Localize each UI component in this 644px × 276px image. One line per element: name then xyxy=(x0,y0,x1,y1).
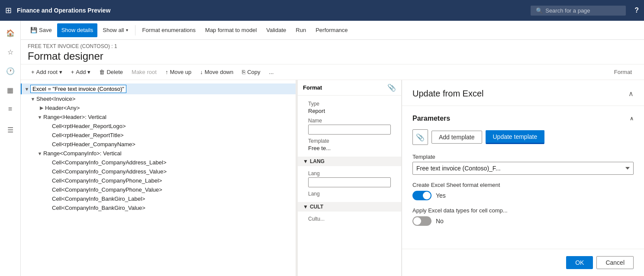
excel-panel-footer: OK Cancel xyxy=(402,249,644,276)
tree-item-label: Cell<CompanyInfo_CompanyAddress_Label> xyxy=(52,159,167,166)
tree-item[interactable]: ▼ Excel = "Free text invoice (Contoso)" xyxy=(21,83,296,94)
excel-panel: Update from Excel ∧ Parameters ∧ 📎 xyxy=(402,80,644,276)
tree-item[interactable]: ▼ Range<CompanyInfo>: Vertical xyxy=(21,149,296,158)
tree-item-label: Cell<CompanyInfo_CompanyPhone_Label> xyxy=(52,177,162,184)
tree-item-label: Cell<rptHeader_CompanyName> xyxy=(52,141,135,148)
show-details-button[interactable]: Show details xyxy=(57,23,98,37)
tree-item[interactable]: ▶ Cell<CompanyInfo_CompanyPhone_Value> xyxy=(21,185,296,194)
toggle-thumb xyxy=(413,217,421,225)
attach-icon[interactable]: 📎 xyxy=(387,83,396,92)
prop-cult: Cultu... xyxy=(303,214,396,225)
breadcrumb: FREE TEXT INVOICE (CONTOSO) : 1 xyxy=(28,43,637,49)
cult-section[interactable]: ▼ CULT xyxy=(298,202,401,212)
tree-item-label: Cell<CompanyInfo_CompanyAddress_Value> xyxy=(52,168,167,175)
add-template-button[interactable]: Add template xyxy=(431,131,482,144)
tree-item-label: Cell<rptHeader_ReportTitle> xyxy=(52,132,124,138)
panel-btn-row: 📎 Add template Update template xyxy=(412,129,634,145)
top-nav: ⊞ Finance and Operations Preview 🔍 ? xyxy=(0,0,644,21)
lang-section[interactable]: ▼ LANG xyxy=(298,157,401,166)
prop-lang: Lang xyxy=(303,169,396,189)
tree-item[interactable]: ▶ Cell<rptHeader_ReportTitle> xyxy=(21,131,296,140)
add-button[interactable]: + Add ▾ xyxy=(68,67,94,77)
search-icon: 🔍 xyxy=(536,7,543,14)
lang-collapse-icon: ▼ xyxy=(303,158,308,164)
show-all-button[interactable]: Show all ▾ xyxy=(98,23,132,37)
template-field: Template Free text invoice (Contoso)_F..… xyxy=(412,154,634,175)
save-icon: 💾 xyxy=(30,27,37,33)
collapse-icon: ▼ xyxy=(36,115,43,120)
parameters-collapse-icon[interactable]: ∧ xyxy=(630,116,634,122)
add-chevron-icon: ▾ xyxy=(87,69,90,75)
lang-input[interactable] xyxy=(308,177,391,187)
parameters-section-title: Parameters ∧ xyxy=(412,115,634,122)
tree-item[interactable]: ▶ Cell<rptHeader_CompanyName> xyxy=(21,140,296,149)
search-input[interactable] xyxy=(545,7,619,14)
cult-collapse-icon: ▼ xyxy=(303,204,308,210)
add-root-chevron-icon: ▾ xyxy=(59,69,62,75)
tree-item[interactable]: ▼ Range<Header>: Vertical xyxy=(21,112,296,122)
separator-1 xyxy=(135,25,135,35)
format-enumerations-button[interactable]: Format enumerations xyxy=(138,23,200,37)
name-input[interactable] xyxy=(308,125,391,135)
tree-item[interactable]: ▶ Cell<CompanyInfo_CompanyAddress_Value> xyxy=(21,167,296,176)
run-button[interactable]: Run xyxy=(291,23,310,37)
copy-button[interactable]: ⎘ Copy xyxy=(238,67,264,77)
apply-types-toggle-row: Apply Excel data types for cell comp... … xyxy=(412,207,634,226)
sidebar-item-home[interactable]: 🏠 xyxy=(2,24,19,42)
excel-panel-title: Update from Excel xyxy=(412,89,484,99)
tree-item-label: Cell<CompanyInfo_CompanyPhone_Value> xyxy=(52,186,162,193)
collapse-panel-icon[interactable]: ∧ xyxy=(628,90,634,98)
tree-item[interactable]: ▶ Cell<rptHeader_ReportLogo> xyxy=(21,122,296,131)
performance-button[interactable]: Performance xyxy=(311,23,352,37)
sidebar-item-favorites[interactable]: ☆ xyxy=(2,43,19,61)
template-select[interactable]: Free text invoice (Contoso)_F... xyxy=(412,162,634,175)
tree-area: ▼ Excel = "Free text invoice (Contoso)" … xyxy=(21,80,296,276)
update-template-button[interactable]: Update template xyxy=(486,130,545,144)
attach-button[interactable]: 📎 xyxy=(412,129,428,145)
ok-button[interactable]: OK xyxy=(566,256,593,269)
tree-item-label: Range<Header>: Vertical xyxy=(43,114,106,120)
delete-button[interactable]: 🗑 Delete xyxy=(96,67,126,77)
format-tab-label: Format xyxy=(609,69,637,75)
expand-icon: ▶ xyxy=(38,105,45,111)
main-container: 🏠 ☆ 🕐 ▦ ≡ ☰ 💾 Save Show details Show all… xyxy=(0,21,644,276)
search-bar: 🔍 xyxy=(531,6,626,16)
add-icon: + xyxy=(71,69,74,75)
waffle-icon[interactable]: ⊞ xyxy=(5,6,12,15)
move-up-icon: ↑ xyxy=(165,69,168,75)
tree-item-label: Cell<CompanyInfo_BankGiro_Label> xyxy=(52,196,145,202)
move-down-button[interactable]: ↓ Move down xyxy=(196,67,237,77)
sidebar-item-recent[interactable]: 🕐 xyxy=(2,62,19,80)
tree-item[interactable]: ▶ Cell<CompanyInfo_CompanyAddress_Label> xyxy=(21,158,296,167)
create-sheet-toggle[interactable] xyxy=(412,191,431,200)
make-root-button[interactable]: Make root xyxy=(128,67,160,77)
sidebar-item-modules[interactable]: ≡ xyxy=(2,100,19,118)
apply-types-toggle[interactable] xyxy=(412,216,431,226)
content-area: 💾 Save Show details Show all ▾ Format en… xyxy=(21,21,644,276)
tree-item[interactable]: ▼ Sheet<Invoice> xyxy=(21,94,296,103)
add-root-button[interactable]: + Add root ▾ xyxy=(28,67,66,77)
help-icon[interactable]: ? xyxy=(634,6,639,14)
copy-icon: ⎘ xyxy=(242,69,245,75)
tree-item[interactable]: ▶ Header<Any> xyxy=(21,103,296,112)
map-format-button[interactable]: Map format to model xyxy=(201,23,261,37)
save-button[interactable]: 💾 Save xyxy=(26,23,56,37)
cancel-button[interactable]: Cancel xyxy=(596,256,634,269)
sidebar-item-hamburger[interactable]: ☰ xyxy=(2,121,19,138)
properties-header: Format 📎 xyxy=(298,80,401,96)
create-sheet-value: Yes xyxy=(436,192,446,199)
collapse-icon: ▼ xyxy=(29,96,36,102)
tree-item-label: Cell<rptHeader_ReportLogo> xyxy=(52,123,126,129)
sidebar-item-workspaces[interactable]: ▦ xyxy=(2,81,19,99)
split-area: ▼ Excel = "Free text invoice (Contoso)" … xyxy=(21,80,644,276)
tree-item[interactable]: ▶ Cell<CompanyInfo_BankGiro_Label> xyxy=(21,194,296,203)
tree-item-label: Excel = "Free text invoice (Contoso)" xyxy=(30,85,126,93)
properties-title: Format xyxy=(303,84,322,91)
attach-icon: 📎 xyxy=(416,133,425,141)
move-up-button[interactable]: ↑ Move up xyxy=(162,67,195,77)
more-button[interactable]: ... xyxy=(266,67,277,77)
tree-item-label: Sheet<Invoice> xyxy=(36,96,75,102)
tree-item[interactable]: ▶ Cell<CompanyInfo_BankGiro_Value> xyxy=(21,203,296,212)
validate-button[interactable]: Validate xyxy=(262,23,290,37)
tree-item[interactable]: ▶ Cell<CompanyInfo_CompanyPhone_Label> xyxy=(21,176,296,185)
